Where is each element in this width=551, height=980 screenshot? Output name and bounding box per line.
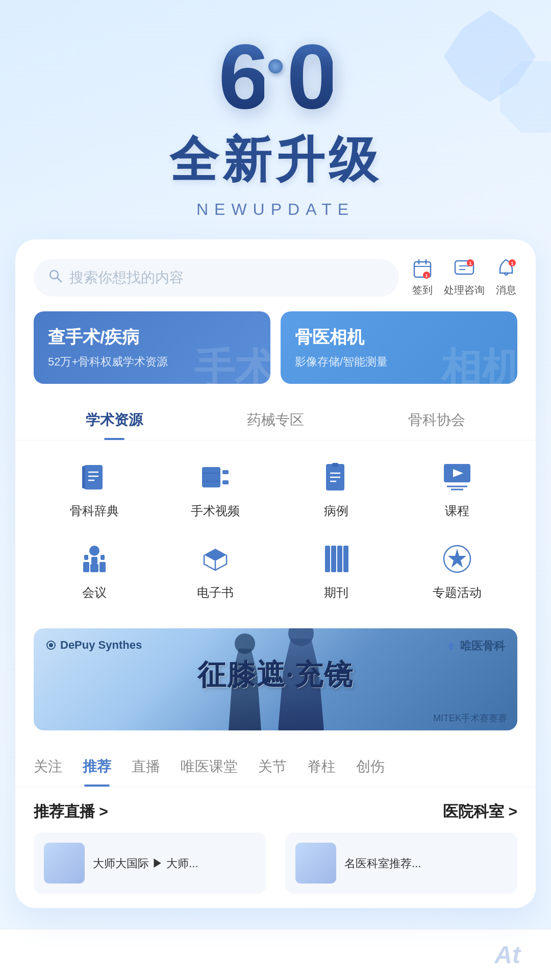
book2-icon xyxy=(197,541,234,577)
svg-rect-43 xyxy=(325,546,330,572)
section-header: 推荐直播 > 医院科室 > xyxy=(34,801,517,822)
consult-button[interactable]: 1 处理咨询 xyxy=(444,258,485,297)
version-number-row: 6 0 xyxy=(0,31,551,122)
feature-cards: 查手术/疾病 52万+骨科权威学术资源 手术 骨医相机 影像存储/智能测量 相机 xyxy=(15,297,536,398)
bottom-card-1-text: 大师大国际 ▶ 大师... xyxy=(93,855,198,872)
content-tab-spine[interactable]: 脊柱 xyxy=(307,745,336,787)
svg-rect-22 xyxy=(222,470,229,474)
svg-rect-40 xyxy=(99,562,106,572)
bottom-nav-bar: At xyxy=(0,929,551,980)
bottom-card-2-thumb xyxy=(295,843,336,884)
grid-item-meeting[interactable]: 会议 xyxy=(54,532,135,609)
banner-subtitle: MITEK手术赛赛赛 xyxy=(433,712,507,724)
grid-item-dictionary[interactable]: 骨科辞典 xyxy=(54,451,135,527)
bell-icon: 1 xyxy=(495,258,517,280)
svg-rect-36 xyxy=(91,557,97,564)
grid-row-2: 会议 电子书 xyxy=(34,532,517,609)
svg-rect-21 xyxy=(202,467,220,487)
content-tab-joint[interactable]: 关节 xyxy=(258,745,287,787)
svg-rect-45 xyxy=(337,546,342,572)
hero-title: 全新升级 xyxy=(0,128,551,194)
banner-title: 征膝遮·充镜 xyxy=(197,656,354,695)
svg-rect-44 xyxy=(331,546,336,572)
banner-section: DePuy Synthes 唯医骨科 xyxy=(15,628,536,745)
bottom-card-2[interactable]: 名医科室推荐... xyxy=(285,832,517,894)
svg-rect-23 xyxy=(222,480,229,484)
svg-rect-46 xyxy=(343,546,348,572)
svg-rect-16 xyxy=(84,465,103,489)
content-tab-recommend[interactable]: 推荐 xyxy=(83,745,111,787)
hero-section: 6 0 全新升级 NEWUPDATE xyxy=(0,0,551,239)
grid-item-ebook[interactable]: 电子书 xyxy=(174,532,256,609)
banner-center: 征膝遮·充镜 MITEK手术赛赛赛 xyxy=(34,628,517,730)
content-tab-live[interactable]: 直播 xyxy=(132,745,160,787)
search-bar[interactable]: 搜索你想找的内容 xyxy=(34,259,399,297)
svg-point-35 xyxy=(89,546,99,556)
svg-rect-17 xyxy=(82,466,85,488)
content-tabs-section: 关注 推荐 直播 唯医课堂 关节 脊柱 创伤 xyxy=(15,745,536,787)
bone-camera-card[interactable]: 骨医相机 影像存储/智能测量 相机 xyxy=(281,311,517,384)
content-tabs-row: 关注 推荐 直播 唯医课堂 关节 脊柱 创伤 xyxy=(34,745,517,787)
search-placeholder-text: 搜索你想找的内容 xyxy=(69,268,184,287)
content-tab-classroom[interactable]: 唯医课堂 xyxy=(181,745,238,787)
grid-section: 骨科辞典 手术视频 xyxy=(15,440,536,628)
tab-academic[interactable]: 学术资源 xyxy=(34,398,195,440)
version-major: 6 xyxy=(218,31,264,122)
svg-rect-38 xyxy=(101,555,105,560)
document-icon xyxy=(318,459,355,496)
grid-item-courses[interactable]: 课程 xyxy=(416,451,498,527)
search-icon xyxy=(48,268,62,286)
grid-label-courses: 课程 xyxy=(445,503,469,519)
grid-label-meeting: 会议 xyxy=(82,584,107,601)
live-section-title[interactable]: 推荐直播 > xyxy=(34,801,108,822)
podium-icon xyxy=(76,541,113,577)
grid-item-video[interactable]: 手术视频 xyxy=(174,451,256,527)
feature-card-1-desc: 52万+骨科权威学术资源 xyxy=(48,354,256,370)
grid-item-journal[interactable]: 期刊 xyxy=(295,532,377,609)
svg-rect-41 xyxy=(90,564,98,572)
tab-association[interactable]: 骨科协会 xyxy=(356,398,517,440)
header-icons: 1 签到 1 处理咨询 xyxy=(411,258,517,297)
banner[interactable]: DePuy Synthes 唯医骨科 xyxy=(34,628,517,730)
content-tab-trauma[interactable]: 创伤 xyxy=(356,745,385,787)
checkin-button[interactable]: 1 签到 xyxy=(411,258,434,297)
consult-label: 处理咨询 xyxy=(444,283,485,297)
grid-label-ebook: 电子书 xyxy=(197,584,234,601)
tabs-row: 学术资源 药械专区 骨科协会 xyxy=(15,398,536,440)
grid-label-video: 手术视频 xyxy=(191,503,240,519)
bottom-card-1-thumb xyxy=(44,843,85,884)
grid-item-special[interactable]: 专题活动 xyxy=(416,532,498,609)
hero-subtitle: NEWUPDATE xyxy=(0,200,551,219)
version-dot xyxy=(268,59,283,74)
content-tab-follow[interactable]: 关注 xyxy=(34,745,62,787)
svg-rect-39 xyxy=(83,562,89,572)
grid-label-journal: 期刊 xyxy=(324,584,348,601)
feature-card-2-desc: 影像存储/智能测量 xyxy=(295,354,503,370)
calendar-icon: 1 xyxy=(411,258,434,280)
message-label: 消息 xyxy=(496,283,516,297)
search-surgery-card[interactable]: 查手术/疾病 52万+骨科权威学术资源 手术 xyxy=(34,311,270,384)
svg-text:1: 1 xyxy=(511,261,513,266)
svg-rect-37 xyxy=(84,555,88,560)
grid-label-dictionary: 骨科辞典 xyxy=(70,503,119,519)
svg-marker-48 xyxy=(448,549,466,568)
feature-card-1-title: 查手术/疾病 xyxy=(48,326,256,349)
message-button[interactable]: 1 消息 xyxy=(495,258,517,297)
play-icon xyxy=(439,459,475,496)
tabs-section: 学术资源 药械专区 骨科协会 xyxy=(15,398,536,440)
bottom-card-2-text: 名医科室推荐... xyxy=(344,855,421,872)
svg-line-1 xyxy=(57,278,61,282)
bottom-cards: 大师大国际 ▶ 大师... 名医科室推荐... xyxy=(34,832,517,894)
video-icon xyxy=(197,459,234,496)
bottom-card-1[interactable]: 大师大国际 ▶ 大师... xyxy=(34,832,266,894)
journal-icon xyxy=(318,541,355,577)
grid-row-1: 骨科辞典 手术视频 xyxy=(34,451,517,527)
grid-item-cases[interactable]: 病例 xyxy=(295,451,377,527)
svg-text:1: 1 xyxy=(469,261,471,266)
tab-pharma[interactable]: 药械专区 xyxy=(195,398,356,440)
svg-rect-27 xyxy=(332,463,338,467)
grid-label-cases: 病例 xyxy=(324,503,348,519)
bottom-section: 推荐直播 > 医院科室 > 大师大国际 ▶ 大师... 名医科室推荐... xyxy=(15,787,536,908)
checkin-label: 签到 xyxy=(412,283,433,297)
hospital-section-title[interactable]: 医院科室 > xyxy=(443,801,517,822)
